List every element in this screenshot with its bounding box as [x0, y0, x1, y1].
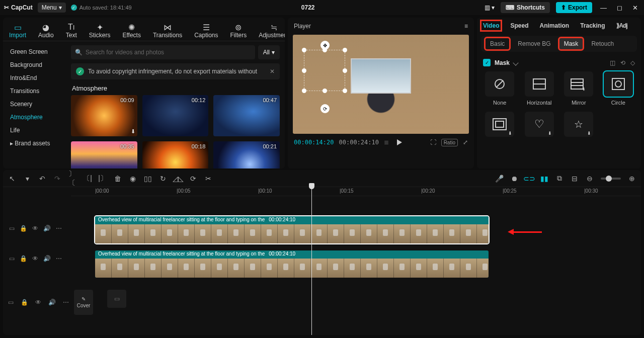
mask-horizontal[interactable] [525, 71, 554, 97]
mask-rotate-icon[interactable]: ⟳ [320, 104, 330, 113]
reverse-icon[interactable]: ↻ [159, 175, 167, 183]
speaker-icon[interactable]: 🔊 [43, 225, 51, 232]
media-thumb[interactable]: 00:09⬇ [71, 95, 137, 136]
export-button[interactable]: ⬆Export [556, 2, 592, 13]
filter-all-button[interactable]: All▾ [258, 45, 280, 59]
tab-stickers[interactable]: ✦Stickers [86, 21, 114, 41]
lock-icon[interactable]: 🔒 [20, 255, 27, 262]
zoom-out-icon[interactable]: ⊖ [586, 175, 594, 183]
ratio-button[interactable]: Ratio [441, 139, 458, 146]
maximize-button[interactable]: ◻ [615, 4, 624, 12]
trim-right-icon[interactable]: |〕 [99, 174, 107, 183]
more-icon[interactable]: ⋯ [63, 299, 69, 306]
mask-none[interactable] [485, 71, 514, 97]
player-stage[interactable]: ✥ ⟳ [293, 35, 469, 134]
rotate-icon[interactable]: ⟳ [189, 175, 197, 183]
timeline-clip[interactable]: Overhead view of multiracial freelancer … [95, 250, 489, 278]
fullscreen-icon[interactable]: ⤢ [463, 139, 468, 146]
proptab-animation[interactable]: Animation [537, 21, 571, 31]
mirror-icon[interactable]: ◿◺ [174, 175, 182, 183]
more-icon[interactable]: ⋯ [56, 225, 62, 232]
speaker-icon[interactable]: 🔊 [43, 255, 51, 262]
crop-icon[interactable]: ✂ [204, 175, 212, 183]
zoom-slider[interactable] [601, 178, 621, 180]
split-icon[interactable]: 〕〔 [68, 170, 76, 188]
close-button[interactable]: ✕ [630, 4, 640, 12]
zoom-in-icon[interactable]: ⊕ [628, 175, 636, 183]
diamond-icon[interactable]: ◇ [630, 59, 635, 66]
tab-import[interactable]: ▭Import [6, 21, 29, 41]
sidebar-item-atmosphere[interactable]: Atmosphere [3, 111, 66, 124]
track-box-icon[interactable]: ▭ [9, 255, 15, 262]
redo-icon[interactable]: ↷ [53, 175, 61, 183]
crop-icon[interactable]: ⛶ [430, 139, 436, 146]
proptab-video[interactable]: Video [481, 21, 501, 31]
media-thumb[interactable]: 00:18 [142, 141, 209, 168]
marker-icon[interactable]: ◉ [129, 175, 137, 183]
player-menu-icon[interactable]: ≡ [464, 23, 468, 30]
proptab-tracking[interactable]: Tracking [578, 21, 607, 31]
lock-icon[interactable]: 🔒 [20, 225, 27, 232]
undo-mask-icon[interactable]: ⟲ [620, 59, 625, 66]
download-icon[interactable]: ⬇ [131, 128, 135, 135]
mask-circle[interactable] [604, 71, 633, 97]
tab-transitions[interactable]: ⋈Transitions [150, 21, 185, 41]
cover-thumb[interactable]: ▭ [107, 290, 126, 308]
media-thumb[interactable]: 00:47 [213, 95, 280, 136]
magnet-icon[interactable]: ⊂⊃ [525, 175, 533, 183]
track-box-icon[interactable]: ▭ [9, 225, 15, 232]
timeline-ruler[interactable]: |00:00 |00:05 |00:10 |00:15 |00:20 |00:2… [71, 187, 641, 196]
media-thumb[interactable]: 00:21 [213, 141, 280, 168]
tab-filters[interactable]: ⊚Filters [227, 21, 250, 41]
tab-text[interactable]: TIText [63, 21, 80, 41]
timeline-clip[interactable]: Overhead view of multiracial freelancer … [95, 216, 489, 243]
align-icon[interactable]: ⊟ [571, 175, 579, 183]
media-thumb[interactable]: 00:12 [142, 95, 209, 136]
tab-captions[interactable]: ☰Captions [191, 21, 221, 41]
tab-effects[interactable]: ✺Effects [119, 21, 143, 41]
search-input[interactable]: 🔍 Search for videos and photos [71, 45, 255, 59]
undo-icon[interactable]: ↶ [38, 175, 46, 183]
lock-icon[interactable]: 🔒 [21, 299, 28, 306]
tool-dropdown-icon[interactable]: ▾ [23, 175, 31, 183]
minimize-button[interactable]: — [598, 4, 609, 12]
tab-audio[interactable]: ◕Audio [35, 21, 57, 41]
sidebar-item-green-screen[interactable]: Green Screen [3, 45, 66, 58]
subtab-basic[interactable]: Basic [485, 38, 510, 50]
proptab-adjust[interactable]: ⟫Adj [614, 21, 629, 31]
sidebar-item-background[interactable]: Background [3, 58, 66, 71]
eye-icon[interactable]: 👁 [32, 225, 38, 232]
mask-mirror[interactable]: ⬇ [564, 71, 593, 97]
subtab-mask[interactable]: Mask [559, 38, 584, 50]
playhead[interactable] [311, 187, 312, 335]
media-thumb[interactable]: 00:35 [71, 141, 137, 168]
layout-icon[interactable]: ▥ ▾ [485, 4, 495, 11]
eye-icon[interactable]: 👁 [35, 299, 41, 306]
eye-icon[interactable]: 👁 [32, 255, 38, 262]
mask-transform-box[interactable] [304, 50, 345, 91]
speaker-icon[interactable]: 🔊 [48, 299, 56, 306]
sidebar-item-brand-assets[interactable]: ▸ Brand assets [3, 137, 66, 150]
subtab-removebg[interactable]: Remove BG [513, 38, 555, 50]
sidebar-item-intro-end[interactable]: Intro&End [3, 71, 66, 84]
proptab-speed[interactable]: Speed [508, 21, 530, 31]
play-button[interactable] [397, 139, 402, 145]
record-icon[interactable]: ⏺ [510, 175, 518, 183]
freeze-icon[interactable]: ▯▯ [144, 175, 152, 183]
cover-button[interactable]: ✎Cover [74, 290, 93, 315]
link-icon[interactable]: ⧉ [555, 174, 564, 183]
sidebar-item-life[interactable]: Life [3, 124, 66, 137]
mask-rectangle[interactable]: ⬇ [485, 112, 514, 137]
snap-icon[interactable]: ▮▮ [540, 175, 548, 183]
menu-button[interactable]: Menu▾ [38, 3, 66, 13]
more-icon[interactable]: ⋯ [56, 255, 62, 262]
reset-mask-icon[interactable]: ◫ [610, 59, 615, 66]
sidebar-item-scenery[interactable]: Scenery [3, 98, 66, 111]
mask-star[interactable]: ☆⬇ [564, 112, 593, 137]
mask-heart[interactable]: ♡⬇ [525, 112, 554, 137]
delete-icon[interactable]: 🗑 [114, 175, 122, 183]
shortcuts-button[interactable]: ⌨Shortcuts [501, 2, 550, 13]
sidebar-item-transitions[interactable]: Transitions [3, 84, 66, 98]
subtab-retouch[interactable]: Retouch [586, 38, 619, 50]
close-notice-button[interactable]: ✕ [270, 68, 275, 75]
